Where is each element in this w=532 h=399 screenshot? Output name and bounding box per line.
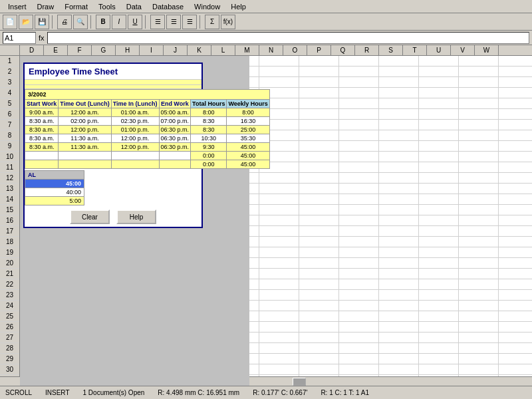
table-row[interactable]: 8:30 a.m. 02:00 p.m. 02:30 p.m. 07:00 p.… xyxy=(25,117,270,126)
row-num-28: 28 xyxy=(0,343,19,354)
col-header-i[interactable]: I xyxy=(140,45,164,55)
italic-btn[interactable]: I xyxy=(112,15,126,29)
table-row[interactable]: 0:00 45:00 xyxy=(25,160,270,169)
underline-btn[interactable]: U xyxy=(128,15,142,29)
lunch-in-4[interactable]: 12:00 p.m. xyxy=(111,143,159,152)
col-header-j[interactable]: J xyxy=(164,45,188,55)
menu-insert[interactable]: Insert xyxy=(3,1,32,12)
lunch-out-0[interactable]: 12:00 a.m. xyxy=(59,108,111,117)
row-num-27: 27 xyxy=(0,332,19,343)
open-btn[interactable]: 📂 xyxy=(19,15,33,29)
menu-window[interactable]: Window xyxy=(189,1,225,12)
cell-reference[interactable] xyxy=(3,32,36,44)
lunch-in-0[interactable]: 01:00 a.m. xyxy=(111,108,159,117)
col-header-w[interactable]: W xyxy=(475,45,499,55)
row-num-6: 6 xyxy=(0,109,19,120)
menu-help[interactable]: Help xyxy=(225,1,251,12)
status-coords: R: 4.498 mm C: 16.951 mm xyxy=(158,389,239,396)
table-row[interactable]: 8:30 a.m. 11:30 a.m. 12:00 p.m. 06:30 p.… xyxy=(25,134,270,143)
col-header-m[interactable]: M xyxy=(235,45,259,55)
start-2[interactable]: 8:30 a.m. xyxy=(25,126,59,134)
lunch-in-3[interactable]: 12:00 p.m. xyxy=(111,134,159,143)
th-lunch-out: Time Out (Lunch) xyxy=(59,100,111,108)
lunch-in-6[interactable] xyxy=(111,160,159,169)
row-num-8: 8 xyxy=(0,130,19,141)
end-3[interactable]: 06:30 p.m. xyxy=(159,134,191,143)
start-4[interactable]: 8:30 a.m. xyxy=(25,143,59,152)
row-num-29: 29 xyxy=(0,354,19,364)
col-header-k[interactable]: K xyxy=(188,45,211,55)
grid-area[interactable]: Employee Time Sheet 3/2002 Start Work Ti… xyxy=(20,56,532,386)
col-header-h[interactable]: H xyxy=(116,45,140,55)
col-header-r[interactable]: R xyxy=(355,45,379,55)
status-mode: SCROLL xyxy=(5,389,32,396)
col-header-d[interactable]: D xyxy=(20,45,44,55)
new-btn[interactable]: 📄 xyxy=(3,15,17,29)
col-header-n[interactable]: N xyxy=(259,45,283,55)
col-header-p[interactable]: P xyxy=(307,45,331,55)
lunch-out-5[interactable] xyxy=(59,152,111,160)
main-area: 1 2 3 4 5 6 7 8 9 10 11 12 13 14 15 16 1… xyxy=(0,56,532,386)
total-3: 10:30 xyxy=(191,134,227,143)
menu-tools[interactable]: Tools xyxy=(93,1,121,12)
end-0[interactable]: 05:00 a.m. xyxy=(159,108,191,117)
align-left-btn[interactable]: ☰ xyxy=(150,15,165,29)
bold-btn[interactable]: B xyxy=(96,15,110,29)
menu-database[interactable]: Database xyxy=(147,1,189,12)
col-header-e[interactable]: E xyxy=(44,45,68,55)
lunch-out-2[interactable]: 12:00 p.m. xyxy=(59,126,111,134)
row-num-21: 21 xyxy=(0,269,19,279)
preview-btn[interactable]: 🔍 xyxy=(73,15,88,29)
weekly-2: 25:00 xyxy=(227,126,269,134)
status-insert: INSERT xyxy=(45,389,70,396)
end-5[interactable] xyxy=(159,152,191,160)
lunch-in-5[interactable] xyxy=(111,152,159,160)
start-3[interactable]: 8:30 a.m. xyxy=(25,134,59,143)
col-header-s[interactable]: S xyxy=(379,45,403,55)
total-6: 0:00 xyxy=(191,160,227,169)
formula-btn[interactable]: f(x) xyxy=(221,15,235,29)
lunch-out-6[interactable] xyxy=(59,160,111,169)
align-center-btn[interactable]: ☰ xyxy=(166,15,181,29)
col-header-l[interactable]: L xyxy=(211,45,235,55)
scroll-thumb[interactable] xyxy=(293,378,306,386)
save-btn[interactable]: 💾 xyxy=(35,15,49,29)
menu-format[interactable]: Format xyxy=(59,1,93,12)
lunch-out-3[interactable]: 11:30 a.m. xyxy=(59,134,111,143)
table-row[interactable]: 0:00 45:00 xyxy=(25,152,270,160)
lunch-in-2[interactable]: 01:00 p.m. xyxy=(111,126,159,134)
start-0[interactable]: 9:00 a.m. xyxy=(25,108,59,117)
col-header-g[interactable]: G xyxy=(92,45,116,55)
col-header-o[interactable]: O xyxy=(283,45,307,55)
print-btn[interactable]: 🖨 xyxy=(57,15,72,29)
start-5[interactable] xyxy=(25,152,59,160)
start-6[interactable] xyxy=(25,160,59,169)
table-row[interactable]: 8:30 a.m. 11:30 a.m. 12:00 p.m. 06:30 p.… xyxy=(25,143,270,152)
formula-bar: fx xyxy=(0,31,532,45)
lunch-out-4[interactable]: 11:30 a.m. xyxy=(59,143,111,152)
col-header-f[interactable]: F xyxy=(68,45,92,55)
end-1[interactable]: 07:00 p.m. xyxy=(159,117,191,126)
col-header-t[interactable]: T xyxy=(403,45,427,55)
clear-button[interactable]: Clear xyxy=(70,209,110,224)
col-header-q[interactable]: Q xyxy=(331,45,355,55)
row-num-1: 1 xyxy=(0,56,19,66)
table-row[interactable]: 8:30 a.m. 12:00 p.m. 01:00 p.m. 06:30 p.… xyxy=(25,126,270,134)
table-row[interactable]: 9:00 a.m. 12:00 a.m. 01:00 a.m. 05:00 a.… xyxy=(25,108,270,117)
end-4[interactable]: 06:30 p.m. xyxy=(159,143,191,152)
col-header-v[interactable]: V xyxy=(451,45,475,55)
help-button[interactable]: Help xyxy=(116,209,156,224)
end-6[interactable] xyxy=(159,160,191,169)
row-num-7: 7 xyxy=(0,120,19,130)
lunch-in-1[interactable]: 02:30 p.m. xyxy=(111,117,159,126)
col-header-u[interactable]: U xyxy=(427,45,451,55)
align-right-btn[interactable]: ☰ xyxy=(182,15,197,29)
menu-data[interactable]: Data xyxy=(121,1,147,12)
lunch-out-1[interactable]: 02:00 p.m. xyxy=(59,117,111,126)
start-1[interactable]: 8:30 a.m. xyxy=(25,117,59,126)
end-2[interactable]: 06:30 p.m. xyxy=(159,126,191,134)
menu-draw[interactable]: Draw xyxy=(32,1,60,12)
row-num-2: 2 xyxy=(0,66,19,77)
sum-btn[interactable]: Σ xyxy=(205,15,219,29)
formula-input[interactable] xyxy=(47,32,529,44)
